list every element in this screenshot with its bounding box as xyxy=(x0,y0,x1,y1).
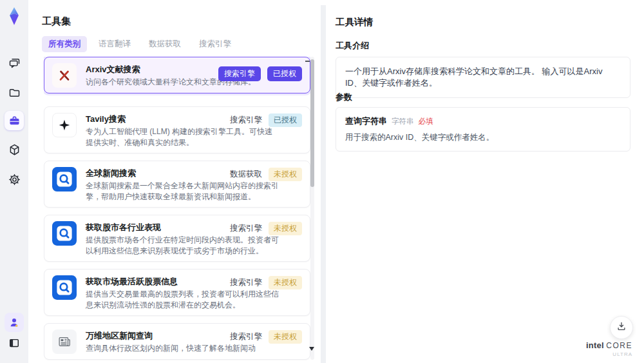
tool-auth-badge: 未授权 xyxy=(269,222,302,235)
page-title: 工具集 xyxy=(42,15,71,28)
tool-category-tag: 搜索引擎 xyxy=(230,115,262,126)
panel-toggle-icon xyxy=(8,337,21,349)
app-logo-icon[interactable] xyxy=(5,6,23,26)
search-blue-icon xyxy=(52,221,77,246)
tool-card-4[interactable]: 获取市场最活跃股票信息 提供当天交易量最高的股票列表，投资者可以利用这些信息来识… xyxy=(44,269,310,316)
tool-card-3[interactable]: 获取股市各行业表现 提供股票市场各个行业在特定时间段内的表现。投资者可以利用这些… xyxy=(44,215,310,262)
tool-card-2[interactable]: 全球新闻搜索 全球新闻搜索是一个聚合全球各大新闻网站内容的搜索引擎，帮助用户快速… xyxy=(44,161,310,208)
param-type: 字符串 xyxy=(392,117,414,126)
tab-1[interactable]: 语言翻译 xyxy=(92,36,137,52)
tab-3[interactable]: 搜索引擎 xyxy=(193,36,238,52)
download-icon xyxy=(616,320,627,335)
news-icon xyxy=(52,329,77,354)
chat-icon xyxy=(8,56,21,70)
scroll-up-indicator[interactable] xyxy=(305,61,310,62)
intro-box: 一个用于从Arxiv存储库搜索科学论文和文章的工具。 输入可以是Arxiv ID… xyxy=(336,57,630,98)
tool-desc: 专为人工智能代理 (LLM) 构建的搜索引擎工具。可快速提供实时、准确和真实的结… xyxy=(86,126,279,148)
intro-heading: 工具介绍 xyxy=(336,40,369,52)
arxiv-icon xyxy=(52,63,77,88)
sidebar-item-collapse[interactable] xyxy=(5,333,24,353)
intel-core-logo: intel core ultra xyxy=(582,339,636,357)
brand-ultra-text: ultra xyxy=(582,351,636,357)
param-box: 查询字符串 字符串 必填 用于搜索的Arxiv ID、关键字或作者姓名。 xyxy=(336,107,630,152)
scroll-down-icon[interactable] xyxy=(309,347,314,351)
tool-auth-badge: 已授权 xyxy=(267,66,302,81)
user-icon xyxy=(8,316,21,329)
cube-icon xyxy=(8,143,21,157)
intro-text: 一个用于从Arxiv存储库搜索科学论文和文章的工具。 输入可以是Arxiv ID… xyxy=(345,66,602,88)
tool-meta: 数据获取 未授权 xyxy=(230,168,302,181)
tool-detail-panel: 工具详情 工具介绍 一个用于从Arxiv存储库搜索科学论文和文章的工具。 输入可… xyxy=(326,5,644,363)
sidebar-item-profile[interactable] xyxy=(5,313,24,332)
toolset-panel: 工具集 所有类别语言翻译数据获取搜索引擎 Arxiv文献搜索 访问各个研究领域大… xyxy=(28,5,321,363)
sidebar-item-models[interactable] xyxy=(5,140,24,159)
brand-intel-text: intel xyxy=(586,340,604,350)
tab-2[interactable]: 数据获取 xyxy=(142,36,187,52)
sidebar-item-chat[interactable] xyxy=(5,53,24,72)
tool-meta: 搜索引擎 未授权 xyxy=(230,330,302,344)
tool-category-tag: 搜索引擎 xyxy=(230,331,262,342)
left-icon-rail xyxy=(0,0,28,363)
category-tab-bar: 所有类别语言翻译数据获取搜索引擎 xyxy=(42,36,238,52)
tool-list-scrollbar[interactable] xyxy=(310,57,314,360)
tab-0[interactable]: 所有类别 xyxy=(42,36,87,52)
search-blue-icon xyxy=(52,167,77,191)
brand-core-text: core xyxy=(606,341,632,350)
params-heading: 参数 xyxy=(336,92,352,103)
tavily-icon xyxy=(52,113,77,137)
sidebar-item-files[interactable] xyxy=(5,83,24,102)
scrollbar-thumb[interactable] xyxy=(310,59,314,187)
panel-divider xyxy=(321,5,326,363)
tool-card-1[interactable]: Tavily搜索 专为人工智能代理 (LLM) 构建的搜索引擎工具。可快速提供实… xyxy=(44,106,310,153)
tool-meta: 搜索引擎 已授权 xyxy=(230,113,302,127)
tool-auth-badge: 未授权 xyxy=(269,168,302,181)
param-desc: 用于搜索的Arxiv ID、关键字或作者姓名。 xyxy=(345,132,621,143)
tool-desc: 提供当天交易量最高的股票列表，投资者可以利用这些信息来识别流动性强的股票和潜在的… xyxy=(86,289,279,310)
tool-category-tag: 搜索引擎 xyxy=(230,277,262,288)
tool-auth-badge: 未授权 xyxy=(269,276,302,289)
tool-category-tag: 搜索引擎 xyxy=(230,223,262,234)
param-required-badge: 必填 xyxy=(419,117,433,126)
gear-icon xyxy=(8,173,21,186)
download-button[interactable] xyxy=(610,316,633,339)
tool-auth-badge: 未授权 xyxy=(269,330,302,344)
folder-icon xyxy=(8,86,21,99)
tool-category-tag: 搜索引擎 xyxy=(218,66,261,81)
tool-desc: 查询具体行政区划内的新闻，快速了解各地新闻动 xyxy=(86,343,279,354)
tool-category-tag: 数据获取 xyxy=(230,169,262,180)
toolbox-icon xyxy=(8,114,21,128)
app-window: 工具集 所有类别语言翻译数据获取搜索引擎 Arxiv文献搜索 访问各个研究领域大… xyxy=(0,0,644,363)
tool-meta: 搜索引擎 已授权 xyxy=(218,66,302,81)
sidebar-item-settings[interactable] xyxy=(5,170,24,189)
tool-list: Arxiv文献搜索 访问各个研究领域大量科学论文和文章的存储库。 搜索引擎 已授… xyxy=(44,57,310,363)
tool-auth-badge: 已授权 xyxy=(269,113,302,127)
tool-meta: 搜索引擎 未授权 xyxy=(230,276,302,289)
tool-card-0[interactable]: Arxiv文献搜索 访问各个研究领域大量科学论文和文章的存储库。 搜索引擎 已授… xyxy=(44,57,310,93)
tool-card-5[interactable]: 万维地区新闻查询 查询具体行政区划内的新闻，快速了解各地新闻动 搜索引擎 未授权 xyxy=(44,323,310,360)
param-name: 查询字符串 xyxy=(345,115,387,127)
sidebar-item-toolbox[interactable] xyxy=(5,111,24,130)
tool-meta: 搜索引擎 未授权 xyxy=(230,222,302,235)
detail-title: 工具详情 xyxy=(336,16,373,28)
search-blue-icon xyxy=(52,275,77,300)
tool-desc: 全球新闻搜索是一个聚合全球各大新闻网站内容的搜索引擎，帮助用户快速获取全球最新资… xyxy=(86,181,279,202)
tool-desc: 提供股票市场各个行业在特定时间段内的表现。投资者可以利用这些信息来识别表现优于或… xyxy=(86,235,279,256)
